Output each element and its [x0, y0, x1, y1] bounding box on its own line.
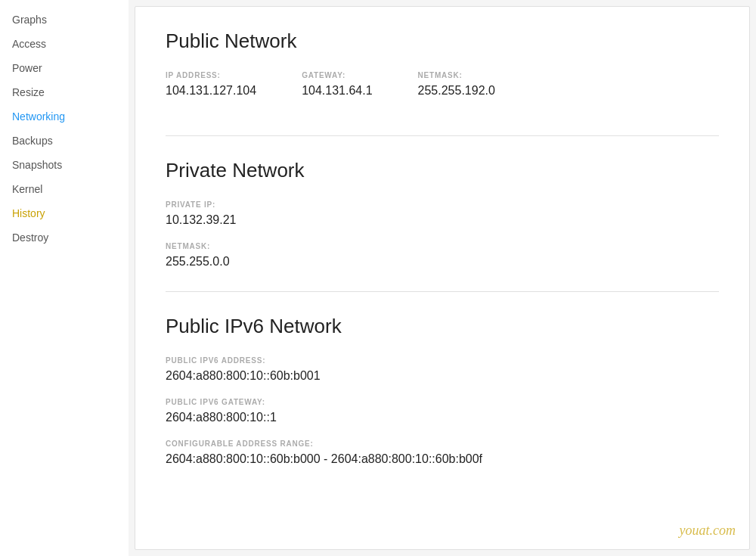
section-title-public-network: Public Network: [166, 30, 719, 53]
sidebar-item-history[interactable]: History: [0, 201, 129, 225]
sidebar-item-backups[interactable]: Backups: [0, 129, 129, 153]
fields-row: IP ADDRESS:104.131.127.104GATEWAY:104.13…: [166, 71, 719, 113]
sidebar-item-access[interactable]: Access: [0, 32, 129, 56]
field-value: 2604:a880:800:10::60b:b000 - 2604:a880:8…: [166, 452, 719, 466]
sidebar-item-destroy[interactable]: Destroy: [0, 225, 129, 250]
section-title-public-ipv6-network: Public IPv6 Network: [166, 315, 719, 338]
field-group: GATEWAY:104.131.64.1: [302, 71, 372, 98]
field-value: 2604:a880:800:10::1: [166, 411, 719, 424]
sidebar-item-kernel[interactable]: Kernel: [0, 177, 129, 201]
field-label: IP ADDRESS:: [166, 71, 256, 79]
field-label: NETMASK:: [166, 242, 719, 250]
section-public-ipv6-network: Public IPv6 NetworkPUBLIC IPV6 ADDRESS:2…: [166, 291, 719, 466]
section-title-private-network: Private Network: [166, 159, 719, 182]
field-value: 104.131.64.1: [302, 84, 372, 98]
sidebar-item-snapshots[interactable]: Snapshots: [0, 153, 129, 177]
sidebar-item-graphs[interactable]: Graphs: [0, 8, 129, 32]
field-group: IP ADDRESS:104.131.127.104: [166, 71, 256, 98]
field-value: 104.131.127.104: [166, 84, 256, 98]
field-group: NETMASK:255.255.0.0: [166, 242, 719, 269]
field-label: PRIVATE IP:: [166, 200, 719, 209]
field-label: GATEWAY:: [302, 71, 372, 79]
field-label: PUBLIC IPV6 ADDRESS:: [166, 356, 719, 365]
watermark: youat.com: [680, 523, 736, 539]
field-label: NETMASK:: [418, 71, 495, 79]
section-public-network: Public NetworkIP ADDRESS:104.131.127.104…: [166, 30, 719, 113]
field-value: 10.132.39.21: [166, 213, 719, 227]
sidebar-item-resize[interactable]: Resize: [0, 80, 129, 104]
sidebar-item-networking[interactable]: Networking: [0, 104, 129, 129]
field-group: PRIVATE IP:10.132.39.21: [166, 200, 719, 227]
field-label: CONFIGURABLE ADDRESS RANGE:: [166, 440, 719, 448]
field-value: 255.255.192.0: [418, 84, 495, 98]
field-value: 2604:a880:800:10::60b:b001: [166, 369, 719, 383]
field-label: PUBLIC IPV6 GATEWAY:: [166, 398, 719, 406]
sidebar: GraphsAccessPowerResizeNetworkingBackups…: [0, 0, 129, 556]
sidebar-item-power[interactable]: Power: [0, 56, 129, 80]
field-group: CONFIGURABLE ADDRESS RANGE:2604:a880:800…: [166, 440, 719, 466]
field-value: 255.255.0.0: [166, 255, 719, 269]
field-group: PUBLIC IPV6 ADDRESS:2604:a880:800:10::60…: [166, 356, 719, 383]
field-group: PUBLIC IPV6 GATEWAY:2604:a880:800:10::1: [166, 398, 719, 424]
field-group: NETMASK:255.255.192.0: [418, 71, 495, 98]
section-private-network: Private NetworkPRIVATE IP:10.132.39.21NE…: [166, 135, 719, 269]
main-content: Public NetworkIP ADDRESS:104.131.127.104…: [135, 6, 750, 550]
